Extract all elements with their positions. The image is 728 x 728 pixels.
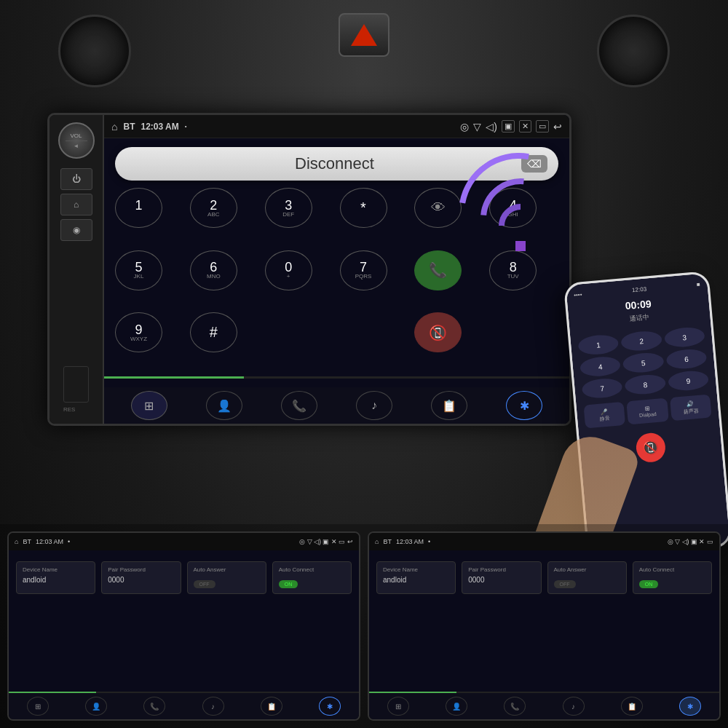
keypad-label: Dialpad — [639, 411, 657, 418]
right-vent — [597, 15, 670, 87]
eye-icon: 👁 — [431, 199, 446, 216]
mini-nav-contacts-right[interactable]: 👤 — [446, 697, 467, 716]
auto-answer-label-left: Auto Answer — [194, 566, 260, 573]
phone-keypad[interactable]: ⊞ Dialpad — [627, 398, 669, 425]
disconnect-text: Disconnect — [148, 154, 521, 173]
phone-dial-2[interactable]: 2 — [620, 330, 662, 352]
dial-7[interactable]: 7 PQRS — [340, 250, 387, 290]
auto-answer-toggle-right[interactable]: OFF — [554, 580, 576, 588]
dial-9[interactable]: 9 WXYZ — [115, 312, 162, 352]
mini-home-right: ⌂ — [375, 538, 379, 545]
pair-pass-field-right: Pair Password 0000 — [462, 561, 541, 594]
auto-connect-field-right: Auto Connect ON — [633, 561, 712, 594]
dial-star[interactable]: * — [340, 188, 387, 228]
bt-label: BT — [123, 122, 135, 132]
phone-dial-1[interactable]: 1 — [577, 333, 619, 356]
phone-dial-7[interactable]: 7 — [582, 377, 623, 400]
mini-nav-calls-right[interactable]: 📞 — [504, 697, 526, 716]
phone-battery: ■ — [696, 281, 700, 288]
left-vent — [58, 15, 131, 87]
device-name-label-left: Device Name — [23, 566, 89, 573]
phone-dial-5[interactable]: 5 — [622, 352, 664, 374]
nav-dialpad[interactable]: ⊞ — [131, 391, 167, 420]
mini-bottom-nav-left: ⊞ 👤 📞 ♪ 📋 ✱ — [9, 693, 359, 719]
mini-nav-files-right[interactable]: 📋 — [621, 697, 643, 716]
home-icon[interactable]: ⌂ — [111, 121, 117, 132]
pair-pass-label-left: Pair Password — [108, 566, 174, 573]
dial-0[interactable]: 0 + — [265, 250, 312, 290]
pair-pass-value-right: 0000 — [468, 576, 534, 584]
auto-answer-field-left: Auto Answer OFF — [187, 561, 266, 594]
phone-dial-9[interactable]: 9 — [668, 370, 709, 392]
auto-answer-toggle-left[interactable]: OFF — [194, 580, 215, 588]
nav-contacts[interactable]: 👤 — [206, 391, 242, 420]
mini-status-left: ⌂ BT 12:03 AM • ◎ ▽ ◁) ▣ ✕ ▭ ↩ — [9, 533, 359, 550]
phone-end-call[interactable]: 📵 — [635, 432, 666, 463]
nav-files[interactable]: 📋 — [431, 391, 467, 420]
nav-music[interactable]: ♪ — [356, 391, 392, 420]
phone-dial-4[interactable]: 4 — [579, 355, 621, 378]
device-name-field-left: Device Name andloid — [16, 561, 95, 594]
bt-settings-left: Device Name andloid Pair Password 0000 A… — [16, 561, 352, 594]
phone-mute[interactable]: 🎤 静音 — [584, 402, 626, 429]
bottom-panel-left: ⌂ BT 12:03 AM • ◎ ▽ ◁) ▣ ✕ ▭ ↩ Device Na… — [7, 531, 360, 721]
mini-nav-contacts-left[interactable]: 👤 — [85, 697, 107, 716]
mini-content-right: Device Name andloid Pair Password 0000 A… — [369, 550, 719, 692]
status-icons-right: ◎ ▽ ◁) ▣ ✕ ▭ ↩ — [460, 120, 562, 132]
status-time: 12:03 AM — [141, 122, 178, 132]
pair-pass-label-right: Pair Password — [468, 566, 534, 573]
mini-nav-music-right[interactable]: ♪ — [563, 697, 585, 716]
location-icon: ◎ — [460, 121, 469, 132]
mini-time-right: 12:03 AM — [396, 538, 424, 545]
hazard-button[interactable] — [339, 13, 389, 57]
pair-pass-value-left: 0000 — [108, 576, 174, 584]
main-screen: ⌂ BT 12:03 AM • ◎ ▽ ◁) ▣ ✕ ▭ ↩ Disconnec… — [104, 115, 569, 424]
auto-connect-toggle-right[interactable]: ON — [639, 580, 659, 588]
auto-answer-label-right: Auto Answer — [554, 566, 620, 573]
hazard-icon — [351, 24, 377, 46]
bt-settings-right: Device Name andloid Pair Password 0000 A… — [376, 561, 712, 594]
power-button[interactable]: ⏻ — [60, 168, 92, 190]
dial-4[interactable]: 4 GHI — [489, 188, 537, 228]
mini-nav-dialpad-right[interactable]: ⊞ — [387, 697, 409, 716]
mini-status-right: ⌂ BT 12:03 AM • ◎ ▽ ◁) ▣ ✕ ▭ — [369, 533, 719, 550]
call-button[interactable]: 📞 — [414, 250, 462, 290]
phone-speaker[interactable]: 🔊 扬声器 — [670, 394, 712, 421]
auto-connect-field-left: Auto Connect ON — [272, 561, 352, 594]
close-icon: ✕ — [519, 120, 531, 132]
mini-nav-bt-left[interactable]: ✱ — [319, 697, 341, 716]
device-name-label-right: Device Name — [383, 566, 449, 573]
volume-knob[interactable]: VOL ◄ — [58, 122, 95, 159]
mini-nav-bt-right[interactable]: ✱ — [679, 697, 701, 716]
dial-8[interactable]: 8 TUV — [489, 250, 537, 290]
mini-nav-files-left[interactable]: 📋 — [261, 697, 282, 716]
dial-2[interactable]: 2 ABC — [190, 188, 237, 228]
mini-bt-left: BT — [23, 538, 31, 545]
dial-6[interactable]: 6 MNO — [190, 250, 237, 290]
dial-hash[interactable]: # — [190, 312, 237, 352]
phone-dial-8[interactable]: 8 — [625, 373, 666, 396]
mini-nav-calls-left[interactable]: 📞 — [143, 697, 165, 716]
phone-dial-3[interactable]: 3 — [664, 326, 705, 349]
dial-1[interactable]: 1 — [115, 188, 162, 228]
dial-3[interactable]: 3 DEF — [265, 188, 312, 228]
mini-nav-dialpad-left[interactable]: ⊞ — [27, 697, 49, 716]
mini-nav-music-left[interactable]: ♪ — [202, 697, 224, 716]
backspace-button[interactable]: ⌫ — [521, 155, 547, 173]
phone-dial-6[interactable]: 6 — [665, 348, 707, 371]
mini-content-left: Device Name andloid Pair Password 0000 A… — [9, 550, 359, 692]
dial-5[interactable]: 5 JKL — [115, 250, 162, 290]
auto-connect-toggle-left[interactable]: ON — [279, 580, 298, 588]
nav-calls[interactable]: 📞 — [281, 391, 317, 420]
back-icon[interactable]: ↩ — [553, 121, 562, 132]
nav-bluetooth[interactable]: ✱ — [506, 391, 542, 420]
dial-eye-button[interactable]: 👁 — [414, 188, 462, 228]
window-icon: ▭ — [536, 120, 549, 132]
map-button[interactable]: ◉ — [60, 219, 92, 241]
status-dot: • — [185, 123, 187, 130]
bottom-panels: ⌂ BT 12:03 AM • ◎ ▽ ◁) ▣ ✕ ▭ ↩ Device Na… — [0, 524, 728, 728]
end-call-button[interactable]: 📵 — [414, 312, 462, 352]
home-side-button[interactable]: ⌂ — [60, 194, 92, 215]
mini-bt-right: BT — [383, 538, 392, 545]
auto-connect-label-right: Auto Connect — [639, 566, 705, 573]
